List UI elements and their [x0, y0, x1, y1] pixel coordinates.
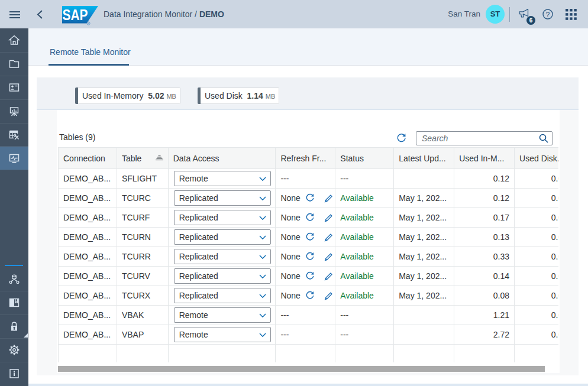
svg-text:?: ? [546, 11, 550, 19]
svg-text:SAP: SAP [63, 7, 88, 23]
svg-text:R: R [88, 22, 89, 25]
